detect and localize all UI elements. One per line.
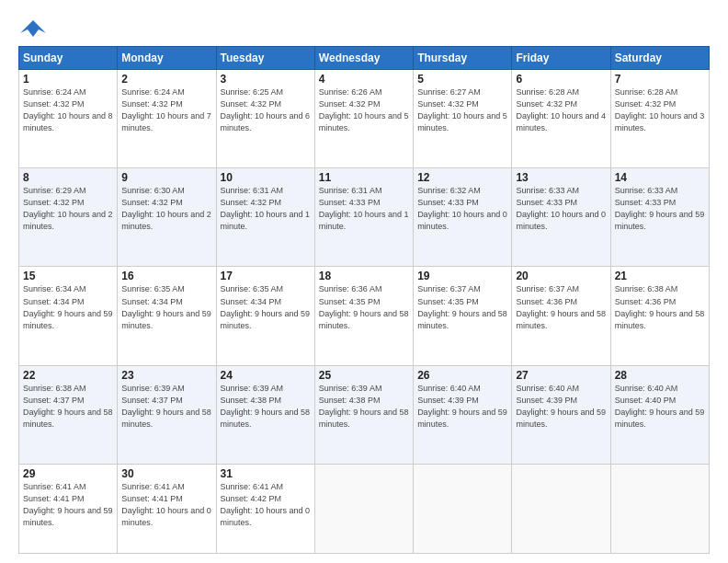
calendar-cell: 26Sunrise: 6:40 AMSunset: 4:39 PMDayligh… [414, 365, 512, 464]
day-header-monday: Monday [118, 47, 216, 70]
day-number: 30 [121, 467, 211, 480]
day-number: 21 [615, 270, 705, 282]
day-number: 4 [319, 73, 409, 86]
calendar-cell: 14Sunrise: 6:33 AMSunset: 4:33 PMDayligh… [610, 168, 709, 267]
day-info: Sunrise: 6:24 AMSunset: 4:32 PMDaylight:… [23, 86, 113, 134]
day-header-sunday: Sunday [19, 47, 118, 70]
day-info: Sunrise: 6:41 AMSunset: 4:41 PMDaylight:… [23, 481, 113, 529]
calendar-cell: 31Sunrise: 6:41 AMSunset: 4:42 PMDayligh… [216, 464, 314, 553]
day-number: 29 [23, 467, 113, 480]
calendar-cell: 12Sunrise: 6:32 AMSunset: 4:33 PMDayligh… [414, 168, 512, 267]
day-number: 15 [23, 270, 113, 282]
calendar-week-row: 22Sunrise: 6:38 AMSunset: 4:37 PMDayligh… [19, 365, 710, 464]
day-number: 23 [121, 369, 211, 382]
day-number: 20 [516, 270, 606, 282]
day-number: 31 [221, 467, 311, 480]
calendar-cell: 17Sunrise: 6:35 AMSunset: 4:34 PMDayligh… [216, 267, 314, 365]
calendar-cell: 13Sunrise: 6:33 AMSunset: 4:33 PMDayligh… [512, 168, 610, 267]
calendar-week-row: 15Sunrise: 6:34 AMSunset: 4:34 PMDayligh… [19, 267, 710, 365]
calendar-cell: 25Sunrise: 6:39 AMSunset: 4:38 PMDayligh… [314, 365, 413, 464]
day-number: 17 [221, 270, 311, 282]
day-number: 1 [23, 73, 113, 86]
svg-marker-0 [20, 20, 46, 37]
calendar-cell: 8Sunrise: 6:29 AMSunset: 4:32 PMDaylight… [19, 168, 118, 267]
calendar-cell: 19Sunrise: 6:37 AMSunset: 4:35 PMDayligh… [414, 267, 512, 365]
day-number: 13 [516, 171, 606, 184]
day-info: Sunrise: 6:29 AMSunset: 4:32 PMDaylight:… [23, 185, 113, 233]
calendar-cell: 6Sunrise: 6:28 AMSunset: 4:32 PMDaylight… [512, 70, 610, 168]
page: SundayMondayTuesdayWednesdayThursdayFrid… [0, 0, 728, 563]
day-number: 18 [319, 270, 409, 282]
calendar-cell [314, 464, 413, 553]
day-info: Sunrise: 6:40 AMSunset: 4:39 PMDaylight:… [516, 383, 606, 431]
logo [18, 17, 46, 39]
day-number: 24 [221, 369, 311, 382]
day-info: Sunrise: 6:26 AMSunset: 4:32 PMDaylight:… [319, 86, 409, 134]
calendar-cell: 30Sunrise: 6:41 AMSunset: 4:41 PMDayligh… [118, 464, 216, 553]
day-number: 28 [615, 369, 705, 382]
calendar-week-row: 8Sunrise: 6:29 AMSunset: 4:32 PMDaylight… [19, 168, 710, 267]
calendar-cell: 1Sunrise: 6:24 AMSunset: 4:32 PMDaylight… [19, 70, 118, 168]
day-info: Sunrise: 6:35 AMSunset: 4:34 PMDaylight:… [121, 283, 211, 331]
day-number: 22 [23, 369, 113, 382]
calendar-cell: 21Sunrise: 6:38 AMSunset: 4:36 PMDayligh… [610, 267, 709, 365]
day-number: 5 [417, 73, 507, 86]
calendar-cell: 24Sunrise: 6:39 AMSunset: 4:38 PMDayligh… [216, 365, 314, 464]
day-info: Sunrise: 6:36 AMSunset: 4:35 PMDaylight:… [319, 283, 409, 331]
calendar-header-row: SundayMondayTuesdayWednesdayThursdayFrid… [19, 47, 710, 70]
calendar-cell: 4Sunrise: 6:26 AMSunset: 4:32 PMDaylight… [314, 70, 413, 168]
day-info: Sunrise: 6:24 AMSunset: 4:32 PMDaylight:… [121, 86, 211, 134]
day-info: Sunrise: 6:33 AMSunset: 4:33 PMDaylight:… [615, 185, 705, 233]
day-info: Sunrise: 6:40 AMSunset: 4:40 PMDaylight:… [615, 383, 705, 431]
calendar-cell: 20Sunrise: 6:37 AMSunset: 4:36 PMDayligh… [512, 267, 610, 365]
day-number: 25 [319, 369, 409, 382]
day-number: 10 [221, 171, 311, 184]
calendar-table: SundayMondayTuesdayWednesdayThursdayFrid… [18, 46, 710, 554]
calendar-cell [610, 464, 709, 553]
header [18, 17, 710, 39]
calendar-cell: 3Sunrise: 6:25 AMSunset: 4:32 PMDaylight… [216, 70, 314, 168]
calendar-cell: 28Sunrise: 6:40 AMSunset: 4:40 PMDayligh… [610, 365, 709, 464]
day-info: Sunrise: 6:27 AMSunset: 4:32 PMDaylight:… [417, 86, 507, 134]
day-info: Sunrise: 6:37 AMSunset: 4:36 PMDaylight:… [516, 283, 606, 331]
day-info: Sunrise: 6:38 AMSunset: 4:37 PMDaylight:… [23, 383, 113, 431]
calendar-cell: 22Sunrise: 6:38 AMSunset: 4:37 PMDayligh… [19, 365, 118, 464]
day-info: Sunrise: 6:38 AMSunset: 4:36 PMDaylight:… [615, 283, 705, 331]
calendar-cell: 27Sunrise: 6:40 AMSunset: 4:39 PMDayligh… [512, 365, 610, 464]
day-info: Sunrise: 6:25 AMSunset: 4:32 PMDaylight:… [221, 86, 311, 134]
day-number: 8 [23, 171, 113, 184]
day-number: 11 [319, 171, 409, 184]
day-number: 7 [615, 73, 705, 86]
day-header-friday: Friday [512, 47, 610, 70]
day-header-saturday: Saturday [610, 47, 709, 70]
logo-bird-icon [20, 17, 46, 42]
day-header-tuesday: Tuesday [216, 47, 314, 70]
day-info: Sunrise: 6:31 AMSunset: 4:32 PMDaylight:… [221, 185, 311, 233]
day-number: 26 [417, 369, 507, 382]
calendar-cell: 2Sunrise: 6:24 AMSunset: 4:32 PMDaylight… [118, 70, 216, 168]
calendar-cell: 23Sunrise: 6:39 AMSunset: 4:37 PMDayligh… [118, 365, 216, 464]
day-number: 9 [121, 171, 211, 184]
calendar-cell [414, 464, 512, 553]
calendar-cell: 10Sunrise: 6:31 AMSunset: 4:32 PMDayligh… [216, 168, 314, 267]
day-info: Sunrise: 6:39 AMSunset: 4:37 PMDaylight:… [121, 383, 211, 431]
day-number: 27 [516, 369, 606, 382]
day-number: 6 [516, 73, 606, 86]
day-info: Sunrise: 6:31 AMSunset: 4:33 PMDaylight:… [319, 185, 409, 233]
day-info: Sunrise: 6:30 AMSunset: 4:32 PMDaylight:… [121, 185, 211, 233]
day-header-thursday: Thursday [414, 47, 512, 70]
calendar-cell: 7Sunrise: 6:28 AMSunset: 4:32 PMDaylight… [610, 70, 709, 168]
day-info: Sunrise: 6:39 AMSunset: 4:38 PMDaylight:… [319, 383, 409, 431]
calendar-week-row: 29Sunrise: 6:41 AMSunset: 4:41 PMDayligh… [19, 464, 710, 553]
day-number: 12 [417, 171, 507, 184]
day-info: Sunrise: 6:37 AMSunset: 4:35 PMDaylight:… [417, 283, 507, 331]
day-number: 14 [615, 171, 705, 184]
calendar-cell: 18Sunrise: 6:36 AMSunset: 4:35 PMDayligh… [314, 267, 413, 365]
day-info: Sunrise: 6:41 AMSunset: 4:41 PMDaylight:… [121, 481, 211, 529]
day-info: Sunrise: 6:40 AMSunset: 4:39 PMDaylight:… [417, 383, 507, 431]
day-info: Sunrise: 6:28 AMSunset: 4:32 PMDaylight:… [615, 86, 705, 134]
calendar-cell: 5Sunrise: 6:27 AMSunset: 4:32 PMDaylight… [414, 70, 512, 168]
calendar-cell: 29Sunrise: 6:41 AMSunset: 4:41 PMDayligh… [19, 464, 118, 553]
day-info: Sunrise: 6:41 AMSunset: 4:42 PMDaylight:… [221, 481, 311, 529]
day-info: Sunrise: 6:28 AMSunset: 4:32 PMDaylight:… [516, 86, 606, 134]
